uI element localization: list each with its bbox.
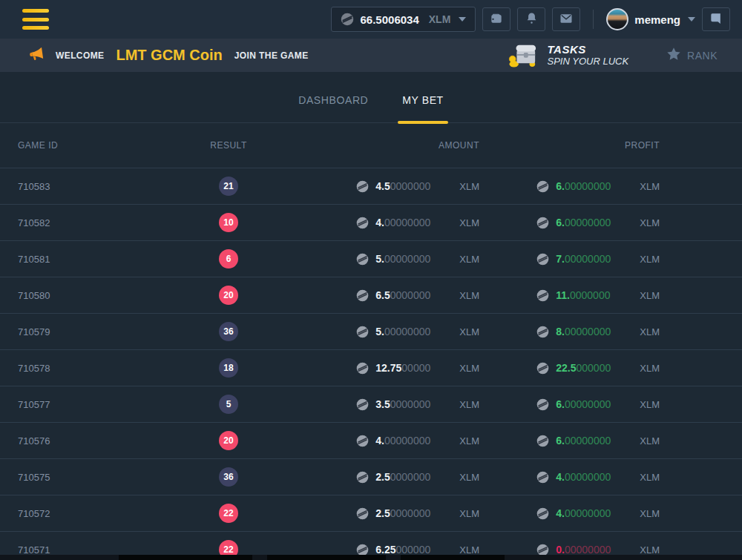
result-badge: 21: [219, 177, 238, 196]
wallet-icon: [489, 11, 504, 28]
amount-cell: 3.50000000XLM: [246, 398, 505, 411]
result-cell: 36: [211, 322, 246, 341]
currency-label: XLM: [459, 181, 479, 192]
xlm-coin-icon: [536, 253, 549, 266]
messages-button[interactable]: [552, 7, 580, 31]
wallet-button[interactable]: [482, 7, 510, 31]
profit-cell: 6.00000000XLM: [505, 435, 742, 447]
xlm-coin-icon: [356, 217, 369, 229]
chevron-down-icon: [688, 17, 695, 22]
table-row: 71057753.50000000XLM6.00000000XLM: [0, 386, 742, 423]
game-id: 710577: [0, 399, 211, 410]
xlm-coin-icon: [536, 398, 549, 411]
tab-dashboard[interactable]: DASHBOARD: [294, 94, 372, 122]
result-badge: 6: [219, 249, 238, 269]
result-cell: 22: [211, 504, 246, 523]
bottom-strip: [0, 555, 742, 560]
game-id: 710576: [0, 435, 211, 447]
result-badge: 36: [219, 467, 238, 487]
xlm-coin-icon: [356, 507, 369, 520]
amount-value: 4.00000000: [375, 435, 447, 447]
currency-label: XLM: [640, 399, 660, 410]
treasure-chest-icon: [506, 40, 540, 71]
amount-cell: 2.50000000XLM: [246, 507, 505, 520]
xlm-coin-icon: [356, 289, 369, 302]
currency-label: XLM: [459, 435, 479, 447]
amount-cell: 4.50000000XLM: [246, 180, 505, 193]
table-row: 7105781812.7500000XLM22.5000000XLM: [0, 350, 742, 386]
game-id: 710581: [0, 254, 211, 265]
bell-icon: [525, 11, 539, 27]
table-body: 710583214.50000000XLM6.00000000XLM710582…: [0, 168, 742, 560]
notifications-button[interactable]: [517, 7, 545, 31]
tasks-subtitle: SPIN YOUR LUCK: [548, 56, 629, 67]
result-cell: 5: [211, 395, 246, 414]
result-cell: 21: [211, 177, 246, 196]
profit-cell: 4.00000000XLM: [505, 507, 742, 520]
currency-label: XLM: [640, 326, 660, 337]
xlm-coin-icon: [341, 13, 354, 26]
xlm-coin-icon: [356, 180, 369, 193]
result-cell: 10: [211, 213, 246, 232]
table-row: 710575362.50000000XLM4.00000000XLM: [0, 459, 742, 495]
hamburger-menu-icon[interactable]: [22, 9, 49, 30]
amount-cell: 2.50000000XLM: [246, 471, 505, 484]
megaphone-icon: [28, 45, 45, 65]
xlm-coin-icon: [536, 507, 549, 520]
mail-icon: [559, 11, 574, 28]
amount-value: 5.00000000: [375, 253, 447, 265]
rank-label: RANK: [687, 50, 718, 62]
result-badge: 20: [219, 286, 238, 305]
coin-name: LMT GCM Coin: [116, 47, 222, 64]
currency-label: XLM: [640, 217, 660, 228]
header-game-id: GAME ID: [0, 140, 211, 151]
tasks-shortcut[interactable]: TASKS SPIN YOUR LUCK: [506, 40, 629, 71]
game-id: 710580: [0, 290, 211, 301]
xlm-coin-icon: [356, 435, 369, 447]
chevron-down-icon: [459, 17, 466, 22]
profit-value: 6.00000000: [556, 435, 627, 447]
xlm-coin-icon: [356, 398, 369, 411]
profit-cell: 6.00000000XLM: [505, 180, 742, 193]
currency-label: XLM: [640, 435, 660, 447]
amount-cell: 5.00000000XLM: [246, 326, 505, 338]
amount-value: 4.00000000: [375, 217, 447, 228]
balance-currency: XLM: [429, 13, 451, 25]
welcome-prefix: WELCOME: [56, 50, 104, 61]
currency-label: XLM: [459, 217, 479, 228]
avatar: [606, 8, 628, 30]
xlm-coin-icon: [356, 326, 369, 338]
xlm-coin-icon: [536, 326, 549, 338]
xlm-coin-icon: [536, 180, 549, 193]
xlm-coin-icon: [356, 253, 369, 266]
topbar-divider: [593, 10, 594, 29]
result-badge: 18: [219, 358, 238, 378]
game-id: 710583: [0, 181, 211, 192]
profit-value: 6.00000000: [556, 180, 627, 192]
result-cell: 20: [211, 286, 246, 305]
xlm-coin-icon: [536, 544, 549, 556]
balance-selector[interactable]: 66.5006034 XLM: [331, 7, 476, 32]
result-badge: 22: [219, 504, 238, 523]
header-amount: AMOUNT: [246, 140, 505, 151]
result-cell: 18: [211, 358, 246, 378]
header-profit: PROFIT: [505, 140, 742, 151]
chat-button[interactable]: [702, 7, 730, 31]
currency-label: XLM: [640, 472, 660, 483]
currency-label: XLM: [459, 544, 479, 556]
game-id: 710579: [0, 326, 211, 337]
rank-shortcut[interactable]: RANK: [666, 46, 718, 65]
profit-cell: 8.00000000XLM: [505, 326, 742, 338]
table-row: 710576204.00000000XLM6.00000000XLM: [0, 423, 742, 459]
profit-cell: 11.0000000XLM: [505, 289, 742, 302]
currency-label: XLM: [459, 363, 479, 374]
user-menu[interactable]: memeng: [606, 8, 695, 30]
result-cell: 6: [211, 249, 246, 269]
xlm-coin-icon: [536, 217, 549, 229]
currency-label: XLM: [640, 181, 660, 192]
tab-bar: DASHBOARD MY BET: [0, 72, 742, 123]
tab-my-bet[interactable]: MY BET: [398, 94, 447, 122]
chat-bubble-icon: [709, 11, 723, 28]
game-id: 710578: [0, 363, 211, 374]
result-badge: 20: [219, 431, 238, 450]
